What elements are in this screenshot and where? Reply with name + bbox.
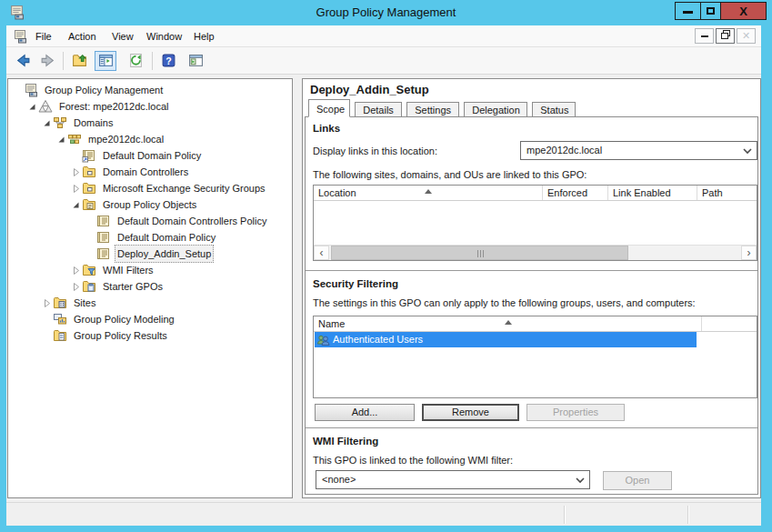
tab-scope[interactable]: Scope bbox=[308, 99, 350, 117]
column-header-link-enabled[interactable]: Link Enabled bbox=[608, 186, 697, 200]
refresh-icon bbox=[128, 53, 144, 68]
tree-item-label: Domain Controllers bbox=[100, 164, 191, 180]
security-filtering-list: Name Authenticated Users bbox=[313, 316, 757, 398]
forward-button[interactable] bbox=[36, 51, 58, 71]
tree-item-root[interactable]: Group Policy Management bbox=[8, 82, 292, 98]
console-tree-panel: Group Policy Management Forest: mpe2012d… bbox=[7, 78, 293, 498]
scrollbar-thumb[interactable] bbox=[331, 246, 628, 260]
toolbar bbox=[6, 47, 761, 75]
wmi-filtering-caption: This GPO is linked to the following WMI … bbox=[313, 455, 513, 466]
scroll-left-arrow[interactable]: ‹ bbox=[314, 246, 329, 260]
close-button[interactable]: X bbox=[720, 2, 767, 20]
sites-folder-icon bbox=[53, 296, 67, 310]
links-heading: Links bbox=[313, 123, 340, 134]
properties-button[interactable]: Properties bbox=[526, 404, 625, 421]
expander-collapsed-icon[interactable] bbox=[70, 166, 82, 178]
tree-item-wmi-filters[interactable]: WMI Filters bbox=[8, 262, 292, 278]
tab-details[interactable]: Details bbox=[355, 102, 402, 117]
tree-item-label: Group Policy Management bbox=[42, 82, 165, 98]
tree-item-label: Group Policy Modeling bbox=[71, 311, 177, 327]
scrollbar-grip bbox=[480, 250, 481, 257]
expander-expanded-icon[interactable] bbox=[41, 117, 53, 129]
tree-item-label: Group Policy Objects bbox=[100, 196, 199, 213]
tree-item-domain-controllers[interactable]: Domain Controllers bbox=[8, 164, 292, 180]
tab-settings[interactable]: Settings bbox=[406, 102, 459, 117]
links-table-hscrollbar[interactable]: ‹ › bbox=[314, 245, 757, 260]
tree-item-default-domain-controllers-policy[interactable]: Default Domain Controllers Policy bbox=[8, 213, 292, 229]
minimize-button[interactable] bbox=[675, 2, 701, 20]
child-close-button[interactable]: ✕ bbox=[737, 28, 756, 44]
tree-item-deploy-addin-setup[interactable]: Deploy_Addin_Setup bbox=[8, 246, 292, 262]
location-combobox[interactable]: mpe2012dc.local bbox=[520, 141, 757, 160]
tree-item-default-domain-policy-link[interactable]: Default Domain Policy bbox=[8, 147, 292, 164]
domain-icon bbox=[67, 132, 82, 146]
remove-button[interactable]: Remove bbox=[422, 404, 519, 421]
tree-item-starter-gpos[interactable]: Starter GPOs bbox=[8, 278, 292, 295]
tree-item-label: Default Domain Controllers Policy bbox=[115, 213, 269, 229]
tree-item-group-policy-results[interactable]: Group Policy Results bbox=[8, 327, 292, 344]
column-header-enforced[interactable]: Enforced bbox=[543, 186, 608, 200]
tree-item-exchange-security-groups[interactable]: Microsoft Exchange Security Groups bbox=[8, 180, 292, 196]
tree-item-label: mpe2012dc.local bbox=[85, 131, 166, 147]
ou-folder-icon bbox=[82, 181, 96, 196]
help-button[interactable] bbox=[157, 51, 179, 71]
child-minimize-button[interactable] bbox=[695, 28, 714, 44]
toolbar-separator bbox=[152, 52, 153, 70]
menu-window[interactable]: Window bbox=[141, 29, 187, 44]
links-table-header: Location Enforced Link Enabled Path bbox=[314, 186, 757, 201]
refresh-button[interactable] bbox=[125, 51, 146, 71]
tab-delegation[interactable]: Delegation bbox=[464, 102, 527, 117]
add-button[interactable]: Add... bbox=[315, 404, 415, 421]
open-button[interactable]: Open bbox=[603, 471, 672, 490]
menu-view[interactable]: View bbox=[106, 29, 139, 44]
links-table: Location Enforced Link Enabled Path ‹ › bbox=[313, 185, 757, 261]
location-combobox-value: mpe2012dc.local bbox=[526, 145, 602, 156]
tree-item-domain[interactable]: mpe2012dc.local bbox=[8, 131, 292, 147]
links-caption: The following sites, domains, and OUs ar… bbox=[313, 169, 587, 180]
tab-status[interactable]: Status bbox=[532, 102, 576, 117]
menu-action[interactable]: Action bbox=[63, 29, 102, 44]
wmi-filter-combobox[interactable]: <none> bbox=[316, 470, 590, 489]
sort-ascending-icon bbox=[425, 189, 432, 194]
column-header-path[interactable]: Path bbox=[697, 186, 757, 200]
list-item-authenticated-users[interactable]: Authenticated Users bbox=[315, 332, 697, 347]
expander-expanded-icon[interactable] bbox=[70, 199, 82, 211]
status-separator bbox=[564, 506, 565, 524]
tree-item-forest[interactable]: Forest: mpe2012dc.local bbox=[8, 98, 292, 115]
menu-help[interactable]: Help bbox=[188, 29, 220, 44]
menu-file[interactable]: File bbox=[30, 29, 57, 44]
ou-folder-icon bbox=[82, 165, 96, 179]
list-item-label: Authenticated Users bbox=[333, 332, 423, 347]
status-separator bbox=[687, 506, 688, 524]
expander-none bbox=[41, 314, 53, 326]
wmi-filter-value: <none> bbox=[322, 474, 356, 485]
expander-expanded-icon[interactable] bbox=[26, 101, 38, 113]
expander-collapsed-icon[interactable] bbox=[41, 297, 53, 309]
title-bar: Group Policy Management X bbox=[0, 0, 772, 25]
tree-item-default-domain-policy[interactable]: Default Domain Policy bbox=[8, 229, 292, 246]
expander-collapsed-icon[interactable] bbox=[70, 281, 82, 293]
expander-expanded-icon[interactable] bbox=[55, 134, 67, 146]
tree-item-sites[interactable]: Sites bbox=[8, 295, 292, 311]
new-window-button[interactable] bbox=[185, 51, 206, 71]
tree-item-label: Default Domain Policy bbox=[100, 147, 204, 164]
gpo-link-icon bbox=[82, 148, 96, 163]
expander-none bbox=[85, 232, 96, 244]
up-one-level-button[interactable] bbox=[68, 51, 90, 71]
tree-item-group-policy-modeling[interactable]: Group Policy Modeling bbox=[8, 311, 292, 327]
show-console-tree-button[interactable] bbox=[95, 51, 116, 71]
expander-none bbox=[12, 85, 24, 96]
maximize-button[interactable] bbox=[700, 2, 721, 20]
tree-item-label-selected: Deploy_Addin_Setup bbox=[115, 245, 214, 263]
console-tree: Group Policy Management Forest: mpe2012d… bbox=[8, 79, 292, 344]
tree-item-group-policy-objects[interactable]: Group Policy Objects bbox=[8, 196, 292, 213]
tree-item-domains[interactable]: Domains bbox=[8, 115, 292, 131]
expander-collapsed-icon[interactable] bbox=[70, 183, 82, 195]
scroll-right-arrow[interactable]: › bbox=[741, 246, 757, 260]
back-button[interactable] bbox=[12, 51, 34, 71]
security-filtering-caption: The settings in this GPO can only apply … bbox=[313, 297, 696, 308]
forward-icon bbox=[40, 53, 55, 68]
column-header-empty bbox=[702, 316, 757, 331]
expander-collapsed-icon[interactable] bbox=[70, 265, 82, 276]
child-restore-button[interactable] bbox=[716, 28, 735, 44]
